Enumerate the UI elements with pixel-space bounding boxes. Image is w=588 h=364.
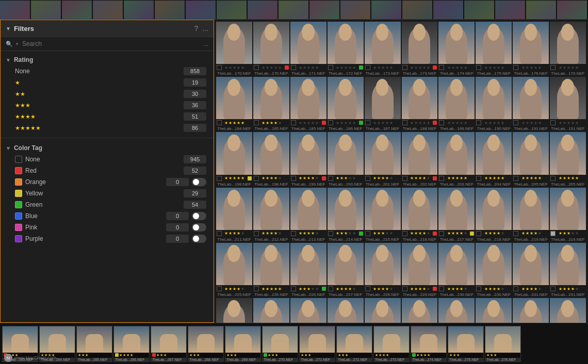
rating-4star-count-wrap[interactable]: 51 (184, 112, 206, 121)
filmstrip-thumb[interactable] (495, 1, 525, 19)
filmstrip-thumb[interactable] (340, 1, 370, 19)
photo-checkbox[interactable] (217, 286, 222, 291)
filmstrip-thumb[interactable] (557, 1, 587, 19)
photo-cell[interactable]: ★★★★★TheLab...219.NEF (513, 188, 549, 242)
photo-checkbox[interactable] (291, 65, 296, 70)
search-input[interactable] (22, 40, 204, 47)
photo-cell[interactable]: ★★★★★TheLab...174.NEF (438, 22, 475, 76)
bottom-strip-thumb[interactable]: ★★★TheLab...267.NEF (151, 326, 187, 362)
color-orange-toggle[interactable] (192, 178, 206, 186)
photo-checkbox[interactable] (291, 231, 296, 236)
photo-cell[interactable]: ★★★★★TheLab...239.NEF (216, 298, 252, 323)
photo-cell[interactable]: ★★★★★TheLab...231.NEF (550, 243, 586, 297)
filmstrip-thumb[interactable] (464, 1, 494, 19)
photo-checkbox[interactable] (513, 231, 518, 236)
photo-checkbox[interactable] (439, 286, 444, 291)
photo-checkbox[interactable] (328, 65, 333, 70)
photo-cell[interactable]: ★★★★★TheLab...188.NEF (402, 77, 438, 131)
photo-checkbox[interactable] (365, 231, 370, 236)
photo-cell[interactable]: ★★★★★TheLab...218.NEF (476, 188, 512, 242)
photo-cell[interactable]: ★★★★★TheLab...241.NEF (290, 298, 326, 323)
photo-cell[interactable]: ★★★★★TheLab...243.NEF (438, 298, 475, 323)
photo-cell[interactable]: ★★★★★TheLab...176.NEF (513, 22, 549, 76)
photo-checkbox[interactable] (254, 231, 259, 236)
photo-cell[interactable]: ★★★★★TheLab...214.NEF (328, 188, 364, 242)
photo-cell[interactable]: ★★★★★TheLab...186.NEF (328, 77, 364, 131)
photo-checkbox[interactable] (402, 231, 407, 236)
photo-cell[interactable]: ★★★★★TheLab...172.NEF (328, 22, 364, 76)
filmstrip-thumb[interactable] (217, 1, 247, 19)
photo-cell[interactable]: ★★★★★TheLab...217.NEF (438, 188, 475, 242)
photo-checkbox[interactable] (402, 65, 407, 70)
bottom-strip-thumb[interactable]: ★★★TheLab...270.NEF (262, 326, 298, 362)
photo-checkbox[interactable] (402, 120, 407, 125)
color-purple-count-wrap[interactable]: 0 (166, 235, 189, 243)
photo-checkbox[interactable] (254, 286, 259, 291)
photo-cell[interactable]: ★★★★★TheLab...204.NEF (476, 132, 512, 186)
photo-checkbox[interactable] (439, 176, 444, 181)
photo-cell[interactable]: ★★★★★TheLab...175.NEF (476, 22, 512, 76)
more-options-button[interactable]: ... (202, 24, 208, 32)
photo-cell[interactable]: ★★★★★TheLab...189.NEF (438, 77, 475, 131)
photo-checkbox[interactable] (328, 286, 333, 291)
color-yellow-count-wrap[interactable]: 29 (184, 189, 206, 197)
photo-checkbox[interactable] (476, 286, 481, 291)
photo-cell[interactable]: ★★★★★TheLab...230.NEF (438, 243, 475, 297)
photo-checkbox[interactable] (254, 65, 259, 70)
color-blue-count-wrap[interactable]: 0 (166, 212, 189, 220)
photo-cell[interactable]: ★★★★★TheLab...199.NEF (290, 132, 326, 186)
photo-cell[interactable]: ★★★★★TheLab...219.NEF (550, 188, 586, 242)
photo-cell[interactable]: ★★★★★TheLab...230.NEF (476, 243, 512, 297)
photo-checkbox[interactable] (217, 231, 222, 236)
photo-checkbox[interactable] (254, 176, 259, 181)
photo-checkbox[interactable] (439, 65, 444, 70)
filmstrip-thumb[interactable] (402, 1, 432, 19)
photo-checkbox[interactable] (550, 286, 556, 291)
photo-cell[interactable]: ★★★★★TheLab...229.NEF (402, 243, 438, 297)
photo-checkbox[interactable] (550, 65, 556, 70)
photo-checkbox[interactable] (328, 176, 333, 181)
search-more-button[interactable]: ... (204, 41, 208, 47)
color-orange-count-wrap[interactable]: 0 (166, 178, 189, 186)
color-tag-section-header[interactable]: ▼ Color Tag (1, 142, 214, 154)
photo-cell[interactable]: ★★★★★TheLab...200.NEF (328, 132, 364, 186)
photo-cell[interactable]: ★★★★★TheLab...191.NEF (513, 77, 549, 131)
photo-checkbox[interactable] (439, 120, 444, 125)
photo-cell[interactable]: ★★★★★TheLab...244.NEF (476, 298, 512, 323)
photo-cell[interactable]: ★★★★★TheLab...226.NEF (253, 243, 289, 297)
bottom-strip-thumb[interactable]: ★★★TheLab...265.NEF (76, 326, 112, 362)
filmstrip-thumb[interactable] (248, 1, 277, 19)
photo-cell[interactable]: ★★★★★TheLab...243.NEF (402, 298, 438, 323)
photo-checkbox[interactable] (402, 286, 407, 291)
photo-checkbox[interactable] (513, 120, 518, 125)
photo-checkbox[interactable] (402, 176, 407, 181)
photo-cell[interactable]: ★★★★★TheLab...245.NEF (513, 298, 549, 323)
photo-cell[interactable]: ★★★★★TheLab...227.NEF (328, 243, 364, 297)
photo-cell[interactable]: ★★★★★TheLab...185.NEF (290, 77, 326, 131)
photo-checkbox[interactable] (365, 176, 370, 181)
photo-cell[interactable]: ★★★★★TheLab...187.NEF (365, 77, 401, 131)
color-green-count-wrap[interactable]: 54 (184, 201, 206, 209)
photo-cell[interactable]: ★★★★★TheLab...191.NEF (550, 77, 586, 131)
photo-cell[interactable]: ★★★★★TheLab...170.NEF (253, 22, 289, 76)
rating-section-header[interactable]: ▼ Rating (1, 54, 214, 65)
photo-cell[interactable]: ★★★★★TheLab...176.NEF (550, 22, 586, 76)
photo-checkbox[interactable] (513, 65, 518, 70)
bottom-strip-thumb[interactable]: ★★★TheLab...269.NEF (225, 326, 261, 362)
filmstrip-thumb[interactable] (371, 1, 401, 19)
bottom-strip-thumb[interactable]: ★★★★TheLab...266.NEF (113, 326, 150, 362)
photo-cell[interactable]: ★★★★★TheLab...205.NEF (513, 132, 549, 186)
photo-checkbox[interactable] (550, 231, 556, 236)
bottom-strip-thumb[interactable]: ★★★★TheLab...274.NEF (411, 326, 447, 362)
photo-checkbox[interactable] (513, 176, 518, 181)
photo-cell[interactable]: ★★★★★TheLab...190.NEF (476, 77, 512, 131)
bottom-strip-thumb[interactable]: ★★★TheLab...275.NEF (448, 326, 484, 362)
bottom-strip-thumb[interactable]: ★★★TheLab...271.NEF (299, 326, 335, 362)
photo-cell[interactable]: ★★★★★TheLab...198.NEF (216, 132, 252, 186)
search-dropdown-icon[interactable]: ▼ (15, 42, 19, 46)
photo-cell[interactable]: ★★★★★TheLab...211.NEF (216, 188, 252, 242)
photo-cell[interactable]: ★★★★★TheLab...245.NEF (550, 298, 586, 323)
photo-checkbox[interactable] (476, 176, 481, 181)
photo-checkbox[interactable] (254, 120, 259, 125)
photo-checkbox[interactable] (217, 120, 222, 125)
